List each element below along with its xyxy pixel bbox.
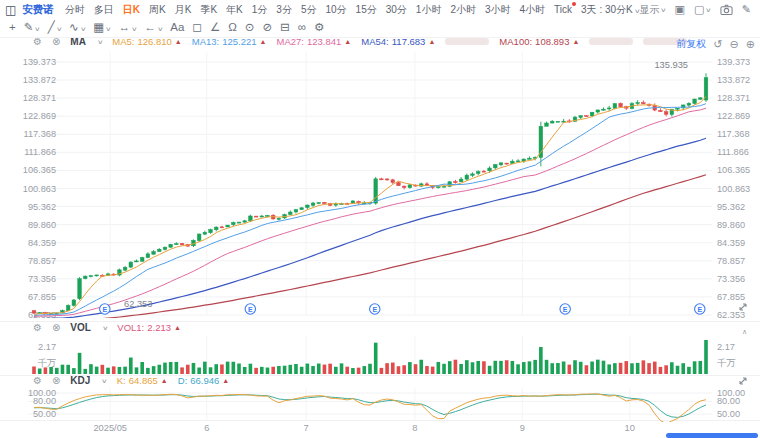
price-axis-label: 106.365 <box>717 165 750 175</box>
period-tab-1[interactable]: 分时 <box>65 3 85 17</box>
period-tab-13[interactable]: 30分 <box>386 3 407 17</box>
trendline-tool[interactable]: ╱∨ <box>48 22 61 34</box>
low-price-label: 62.353 <box>124 299 152 309</box>
chevron-down-icon: ∨ <box>705 6 712 13</box>
period-tab-15[interactable]: 2小时 <box>450 3 476 17</box>
vol-pane-expand-icon[interactable] <box>738 376 748 386</box>
chevron-down-icon: ∨ <box>34 25 41 32</box>
chart-layout-icon[interactable]: ▢∨ <box>694 3 711 16</box>
indicator-title[interactable]: VOL <box>70 322 91 333</box>
up-arrow-icon: ▲ <box>428 38 435 45</box>
price-axis-label: 139.373 <box>717 57 750 67</box>
price-axis-label: 117.368 <box>23 129 56 139</box>
hide-drawings-tool[interactable]: ⊘ <box>262 22 272 34</box>
indicator-close-icon[interactable]: ⊗ <box>52 375 60 386</box>
earnings-marker-letter: E <box>697 306 702 313</box>
period-tab-14[interactable]: 1小时 <box>416 3 442 17</box>
price-axis-label: 128.371 <box>23 93 56 103</box>
chevron-down-icon: ∨ <box>660 6 667 13</box>
price-axis-label: 100.863 <box>717 184 750 194</box>
period-tab-8[interactable]: 1分 <box>252 3 268 17</box>
earnings-marker-letter: E <box>248 306 253 313</box>
indicator-panel-icon[interactable]: ▣ <box>675 3 685 16</box>
price-axis-label: 84.359 <box>717 238 745 248</box>
period-tab-11[interactable]: 10分 <box>325 3 346 17</box>
time-axis-label: 6 <box>204 423 209 433</box>
zoom-in-icon[interactable]: ⊕ <box>746 38 755 51</box>
high-price-label: 135.935 <box>654 60 688 70</box>
ma-item-disabled[interactable] <box>445 38 489 45</box>
pane-collapse-icon[interactable]: ∧ <box>742 328 747 336</box>
period-tab-2[interactable]: 多日 <box>94 3 114 17</box>
link-drawings-tool[interactable]: ∞ <box>298 22 306 34</box>
event-markers: EEEEE <box>100 304 705 314</box>
indicator-settings-icon[interactable]: ⚙ <box>33 375 42 386</box>
time-axis-label: 10 <box>625 423 635 433</box>
earnings-marker-letter: E <box>372 306 377 313</box>
wave-tool[interactable]: ∿∨ <box>69 22 85 34</box>
price-axis-label: 111.866 <box>24 147 56 157</box>
annotate-icon[interactable]: ✎ <box>742 3 751 16</box>
price-axis-label: 78.857 <box>28 256 56 266</box>
chevron-down-icon[interactable]: ∨ <box>101 377 108 384</box>
drawing-settings-tool[interactable]: ⚙ <box>314 22 324 34</box>
chevron-down-icon[interactable]: ∨ <box>97 38 104 45</box>
period-tab-9[interactable]: 3分 <box>276 3 292 17</box>
angle-tool[interactable]: ∠ <box>210 22 220 34</box>
kdj-axis-label: 80.00 <box>717 396 740 406</box>
period-tab-5[interactable]: 月K <box>175 3 192 17</box>
zoom-out-icon[interactable]: ⊖ <box>730 38 739 51</box>
indicator-value-kdj-1: D:66.946▲ <box>178 375 230 386</box>
price-axis-label: 67.855 <box>717 292 745 302</box>
price-adjust-label[interactable]: 前复权 <box>676 37 706 51</box>
delete-drawings-tool[interactable]: ⊟ <box>280 22 290 34</box>
price-axis-label: 117.368 <box>717 129 750 139</box>
period-tab-19[interactable]: 3天 : 30分K∨ <box>581 3 639 17</box>
earnings-marker-letter: E <box>102 306 107 313</box>
fibonacci-tool[interactable]: ▦∨ <box>93 22 110 34</box>
ma-item-disabled[interactable] <box>589 38 633 45</box>
arrow-tool[interactable]: ←∨ <box>144 22 162 34</box>
continuous-draw-tool[interactable]: ⊙ <box>245 22 255 34</box>
main-pane-expand-icon[interactable] <box>738 302 748 312</box>
chart-canvas[interactable]: 139.373139.373133.872133.872128.371128.3… <box>0 0 760 438</box>
chevron-down-icon: ∨ <box>105 25 112 32</box>
window-layout-icon[interactable]: ◫ <box>5 3 16 17</box>
period-tab-10[interactable]: 5分 <box>301 3 317 17</box>
chevron-down-icon[interactable]: ∨ <box>102 324 109 331</box>
period-tab-12[interactable]: 15分 <box>356 3 377 17</box>
indicator-title[interactable]: KDJ <box>70 375 90 386</box>
period-tab-16[interactable]: 3小时 <box>485 3 511 17</box>
volume-bars[interactable] <box>32 340 708 374</box>
price-axis-label: 84.359 <box>28 238 56 248</box>
live-dot-icon <box>572 2 576 6</box>
price-axis-label: 89.860 <box>28 220 56 230</box>
callout-tool[interactable]: ◻ <box>192 22 202 34</box>
measure-tool[interactable]: ↔∨ <box>118 22 136 34</box>
chevron-down-icon: ∨ <box>131 25 138 32</box>
period-tab-7[interactable]: 年K <box>226 3 243 17</box>
time-axis-label: 8 <box>412 423 417 433</box>
undo-icon[interactable]: ↺ <box>713 38 722 51</box>
scrollbar-thumb[interactable] <box>666 433 758 438</box>
indicator-settings-icon[interactable]: ⚙ <box>33 322 42 333</box>
period-tab-3[interactable]: 日K <box>123 3 140 17</box>
price-axis-label: 111.866 <box>717 147 749 157</box>
magnet-tool[interactable]: Ω <box>228 22 237 34</box>
price-adjust-controls: 前复权 ↺ ⊖ ⊕ <box>676 37 755 51</box>
display-menu[interactable]: 显示∨ <box>639 3 665 17</box>
period-tab-6[interactable]: 季K <box>200 3 217 17</box>
brush-tool[interactable]: ✎∨ <box>24 22 40 34</box>
up-arrow-icon: ▲ <box>174 324 181 331</box>
chevron-down-icon: ∨ <box>56 25 63 32</box>
period-tab-18[interactable]: Tick <box>554 4 572 15</box>
up-arrow-icon: ▲ <box>161 377 168 384</box>
stock-name[interactable]: 安费诺 <box>22 3 54 17</box>
period-tab-17[interactable]: 4小时 <box>520 3 546 17</box>
indicator-close-icon[interactable]: ⊗ <box>52 322 60 333</box>
text-tool[interactable]: Aa <box>170 22 184 34</box>
period-tab-4[interactable]: 周K <box>149 3 166 17</box>
price-axis-label: 133.872 <box>23 75 56 85</box>
cursor-move-tool[interactable]: + <box>9 22 16 34</box>
screenshot-icon[interactable] <box>720 3 733 16</box>
